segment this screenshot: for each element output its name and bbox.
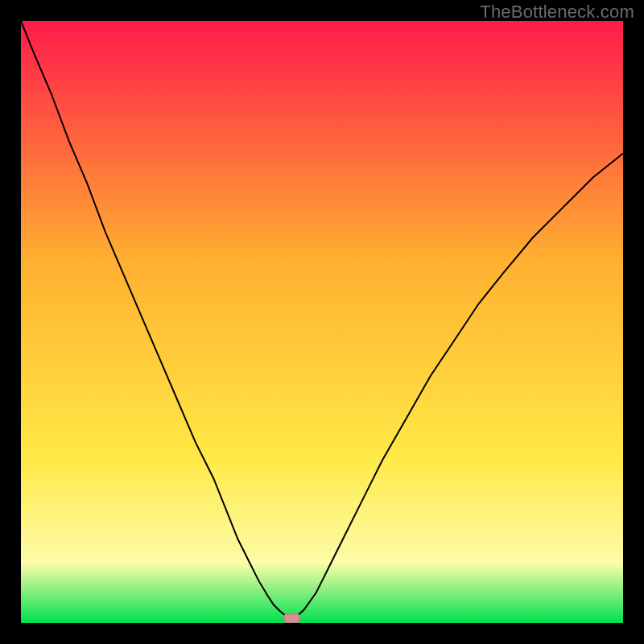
gradient-background [21, 21, 623, 623]
bottleneck-chart [21, 21, 623, 623]
chart-frame: { "watermark": "TheBottleneck.com", "col… [0, 0, 644, 644]
optimal-point-marker [284, 613, 299, 622]
watermark-text: TheBottleneck.com [480, 2, 634, 23]
